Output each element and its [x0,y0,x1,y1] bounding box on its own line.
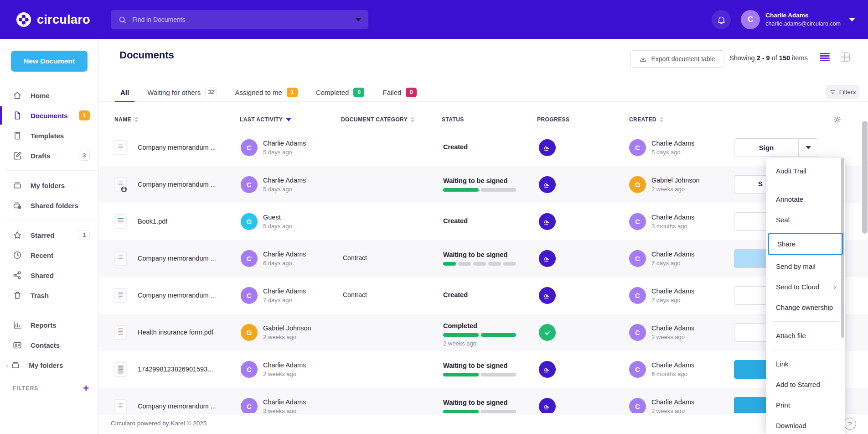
page-scrollbar-thumb[interactable] [862,121,868,234]
tab-assigned-to-me[interactable]: Assigned to me1 [226,83,307,102]
tab-completed[interactable]: Completed0 [307,83,374,102]
sidebar-item-label: Contacts [31,341,60,349]
signature-progress-icon [539,213,556,230]
column-header-status[interactable]: STATUS [442,116,464,123]
last-activity-cell: Guest 5 days ago [263,213,292,231]
export-button-label: Export document table [651,55,715,63]
document-thumbnail-icon [114,251,127,267]
column-settings-gear-icon[interactable] [833,115,842,124]
table-row[interactable]: 1742998123826901593... C Charlie Adams 2… [98,351,868,388]
sidebar-item-drafts[interactable]: Drafts3 [0,146,98,166]
menu-item-print[interactable]: Print [766,395,845,415]
tab-badge: 32 [205,88,217,97]
sidebar-item-shared[interactable]: Shared [0,265,98,285]
filters-label: FILTERS [13,385,38,392]
sidebar-item-my-folders[interactable]: My folders [0,175,98,195]
menu-item-add-to-starred[interactable]: Add to Starred [766,374,845,395]
sidebar-item-label: Recent [31,251,53,259]
filters-button[interactable]: Filters [826,85,859,99]
document-thumbnail-icon [114,361,127,377]
chevron-down-icon [849,18,855,21]
notifications-button[interactable] [712,10,731,29]
progress-bar [443,188,516,192]
table-row[interactable]: Company memorandum ... C Charlie Adams 5… [98,166,868,203]
table-row[interactable]: Book1.pdf G Guest 5 days ago Created C C… [98,203,868,240]
footer-text: Circularo powered by Karel © 2025 [111,420,207,427]
topbar: circularo C Charlie Ad [0,0,868,39]
column-header-document-category[interactable]: DOCUMENT CATEGORY [341,116,414,123]
tab-failed[interactable]: Failed0 [373,83,426,102]
logo-text: circularo [37,13,90,27]
list-view-icon[interactable] [820,53,830,61]
menu-item-annotate[interactable]: Annotate [766,189,845,209]
menu-item-download[interactable]: Download [766,415,845,434]
sign-button[interactable]: Sign [734,139,798,157]
document-name: 1742998123826901593... [138,366,236,373]
table-row[interactable]: Company memorandum ... C Charlie Adams 2… [98,388,868,413]
new-document-button[interactable]: New Document [11,51,88,72]
sidebar-item-shared-folders[interactable]: Shared folders [0,195,98,215]
menu-item-seal[interactable]: Seal [766,209,845,230]
search-input[interactable] [132,16,356,23]
menu-item-attach-file[interactable]: Attach file [766,325,845,346]
sidebar-item-documents[interactable]: Documents1 [0,105,98,125]
column-header-name[interactable]: NAME [114,116,138,123]
menu-item-send-to-cloud[interactable]: Send to Cloud› [766,277,845,297]
user-menu[interactable]: C Charlie Adams charlie.adams@circularo.… [741,10,855,29]
tab-all[interactable]: All [111,83,138,102]
sidebar-item-recent[interactable]: Recent [0,245,98,265]
table-row[interactable]: Company memorandum ... C Charlie Adams 6… [98,240,868,277]
sidebar-item-starred[interactable]: Starred1 [0,225,98,245]
sidebar-item-contacts[interactable]: Contacts [0,335,98,355]
row-actions-dropdown-toggle[interactable] [798,139,818,157]
sidebar-item-reports[interactable]: Reports [0,315,98,335]
avatar: C [241,287,258,304]
signature-progress-icon [539,139,556,156]
plus-icon[interactable]: + [83,383,89,393]
column-header-progress[interactable]: PROGRESS [537,116,569,123]
help-button[interactable]: ? [844,418,856,430]
reports-icon [12,320,22,330]
last-activity-cell: Gabriel Johnson 2 weeks ago [263,324,311,342]
status-cell: Created [443,203,521,240]
search-scope-dropdown-icon[interactable] [356,18,361,21]
circularo-logo-icon [16,11,32,28]
sidebar-item-my-folders[interactable]: ›My folders [0,355,98,375]
table-row[interactable]: Company memorandum ... C Charlie Adams 5… [98,129,868,166]
export-document-table-button[interactable]: Export document table [630,50,724,68]
sidebar-filters-section: FILTERS + [0,375,98,393]
sidebar-nav: HomeDocuments1TemplatesDrafts3My folders… [0,85,98,375]
column-header-last-activity[interactable]: LAST ACTIVITY [240,116,291,123]
table-row[interactable]: Company memorandum ... C Charlie Adams 7… [98,277,868,314]
last-activity-cell: Charlie Adams 2 weeks ago [263,361,306,379]
created-cell: Charlie Adams 3 months ago [651,213,694,231]
sidebar-item-label: Reports [31,321,57,329]
tab-waiting-for-others[interactable]: Waiting for others32 [138,83,226,102]
menu-item-link[interactable]: Link [766,354,845,374]
avatar: C [629,361,646,378]
circularo-logo[interactable]: circularo [16,11,90,28]
progress-bar [443,410,516,413]
grid-view-icon[interactable] [841,52,850,62]
avatar: C [241,176,258,193]
menu-item-send-by-mail[interactable]: Send by mail [766,256,845,277]
menu-item-audit-trail[interactable]: Audit Trail [766,161,845,181]
sidebar-divider [6,170,98,171]
sidebar-badge: 1 [79,230,90,240]
signature-progress-icon [539,361,556,378]
filter-icon [829,89,836,95]
menu-item-change-ownership[interactable]: Change ownership [766,297,845,318]
sort-icon [411,117,414,122]
sidebar-item-templates[interactable]: Templates [0,125,98,146]
sidebar-item-trash[interactable]: Trash [0,285,98,305]
avatar: G [241,324,258,341]
sidebar: New Document HomeDocuments1TemplatesDraf… [0,39,98,434]
sidebar-item-home[interactable]: Home [0,85,98,105]
sign-split-button[interactable]: Sign [734,138,818,157]
user-name: Charlie Adams [765,11,841,20]
avatar: C [629,250,646,267]
menu-item-share[interactable]: Share [768,233,843,255]
column-header-created[interactable]: CREATED [629,116,663,123]
last-activity-cell: Charlie Adams 5 days ago [263,176,306,194]
table-row[interactable]: Health insurance form.pdf G Gabriel John… [98,314,868,351]
